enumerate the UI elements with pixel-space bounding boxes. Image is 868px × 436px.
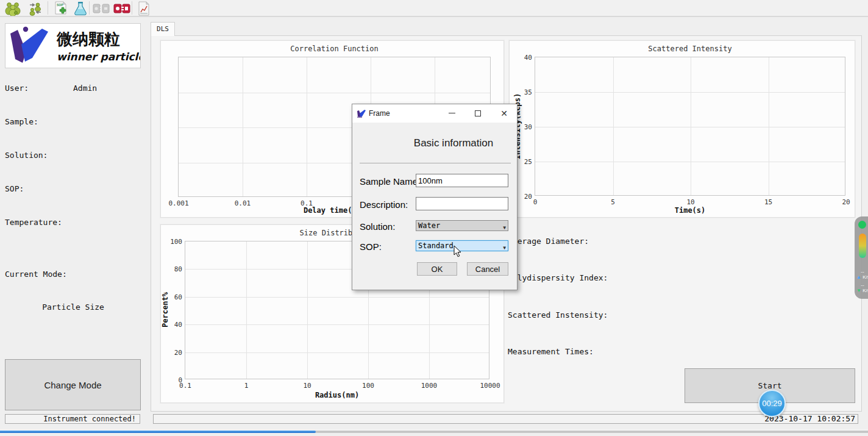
- tick-x: 10000: [480, 382, 500, 390]
- temperature-label: Temperature:: [5, 218, 62, 227]
- logo-cn-text: 微纳颗粒: [56, 30, 120, 48]
- download-value: --: [855, 282, 868, 288]
- minimize-icon[interactable]: [440, 104, 463, 122]
- description-input[interactable]: [416, 197, 508, 210]
- gridline-h: [185, 352, 489, 353]
- sample-name-label: Sample Name:: [360, 176, 420, 187]
- users-icon[interactable]: [3, 1, 23, 16]
- tick-y: 20: [174, 348, 182, 356]
- gridline-v: [307, 57, 307, 196]
- new-sop-icon[interactable]: SOP: [51, 1, 71, 16]
- tick-x: 10: [686, 198, 694, 206]
- tick-x: 100: [362, 382, 374, 390]
- tick-x: 0: [533, 198, 538, 206]
- gridline-h: [185, 324, 489, 325]
- sidebar-field-solution: Solution:: [5, 151, 142, 160]
- average-diameter-label: Average Diameter:: [508, 237, 691, 246]
- toolbar-separator: [89, 1, 90, 15]
- size-xlabel: Radius(nm): [185, 391, 489, 399]
- tick-y: 40: [174, 321, 182, 329]
- svg-text:SOP: SOP: [57, 3, 63, 7]
- bottom-progress-track: [0, 430, 868, 433]
- logo-en-text: winner particle: [57, 51, 140, 63]
- bottom-progress-fill: [0, 431, 316, 433]
- tick-x: 10: [303, 382, 311, 390]
- dialog-logo-icon: [357, 109, 366, 118]
- switch-user-icon[interactable]: [26, 1, 45, 16]
- current-mode-value: Particle Size: [0, 302, 146, 312]
- download-unit: K/s: [863, 288, 868, 293]
- tick-x: 5: [611, 198, 615, 206]
- chevron-down-icon: ▼: [503, 223, 506, 233]
- upload-value: --: [855, 269, 868, 274]
- tick-x: 1: [244, 382, 249, 390]
- tick-x: 20: [842, 198, 850, 206]
- scattered-xlabel: Time(s): [535, 206, 845, 215]
- size-ylabel: Percent%: [161, 292, 169, 327]
- toolbar-separator: [132, 1, 132, 15]
- report-icon[interactable]: [134, 1, 154, 16]
- sample-flask-icon[interactable]: [71, 1, 90, 16]
- gridline-v: [243, 57, 243, 196]
- gridline-v: [246, 241, 247, 379]
- polydispersity-index-label: Polydispersity Index:: [508, 273, 691, 282]
- gridline-h: [535, 92, 845, 93]
- download-row: ▼ K/s: [856, 288, 868, 293]
- gridline-h: [179, 93, 490, 93]
- solution-select[interactable]: Water ▼: [416, 220, 508, 231]
- upload-row: ▲ K/s: [856, 274, 868, 280]
- sidebar-field-user: User: Admin: [5, 84, 142, 93]
- upload-unit: K/s: [863, 274, 868, 280]
- maximize-icon[interactable]: [466, 104, 489, 122]
- sidebar-field-sample: Sample:: [5, 117, 142, 127]
- app-logo: 微纳颗粒 winner particle: [5, 23, 141, 68]
- dialog-heading: Basic information: [414, 137, 493, 149]
- tick-x: 1000: [421, 382, 438, 390]
- connect-icon[interactable]: [112, 1, 132, 16]
- current-mode-label: Current Mode:: [5, 270, 142, 279]
- cancel-button[interactable]: Cancel: [467, 262, 508, 276]
- close-icon[interactable]: ✕: [493, 104, 516, 122]
- solution-label: Solution:: [5, 151, 48, 160]
- change-mode-button[interactable]: Change Mode: [5, 359, 141, 410]
- gridline-v: [769, 57, 769, 195]
- disconnect-icon[interactable]: [91, 1, 111, 16]
- gridline-h: [185, 297, 489, 298]
- user-label: User:: [5, 84, 29, 93]
- tab-dls[interactable]: DLS: [151, 22, 175, 36]
- dialog-titlebar[interactable]: Frame ✕: [352, 104, 517, 123]
- gridline-v: [613, 57, 614, 195]
- toolbar: SOP: [0, 0, 868, 17]
- statusbar-datetime: 2023-10-17 10:02:57: [153, 414, 858, 424]
- mouse-cursor: [454, 245, 462, 257]
- signal-gradient-bar-icon: [859, 234, 866, 258]
- scattered-intensity-title: Scattered Intensity: [535, 45, 845, 53]
- measurement-times-label: Measurement Times:: [508, 347, 691, 356]
- instrument-status: Instrument connected!: [5, 414, 140, 424]
- tick-y: 20: [524, 193, 532, 201]
- solution-select-label: Solution:: [360, 221, 395, 232]
- arrow-down-icon: ▼: [856, 288, 861, 293]
- recording-timer-bubble[interactable]: 00:29: [758, 390, 786, 417]
- toolbar-separator: [48, 1, 48, 15]
- tick-x: 15: [764, 198, 772, 206]
- dialog-title: Frame: [369, 109, 390, 118]
- sop-select[interactable]: Standard ▼: [416, 240, 508, 251]
- description-label: Description:: [360, 199, 408, 210]
- basic-information-dialog: Frame ✕ Basic information Sample Name: D…: [352, 104, 518, 290]
- sample-label: Sample:: [5, 117, 38, 126]
- tick-y: 35: [524, 88, 532, 96]
- sop-selected-value: Standard: [418, 241, 454, 250]
- gridline-v: [691, 57, 691, 195]
- tick-y: 100: [170, 238, 182, 246]
- scattered-intensity-label: Scattered Instensity:: [508, 310, 691, 320]
- sample-name-input[interactable]: [416, 174, 508, 187]
- tick-y: 60: [174, 293, 182, 301]
- tick-y: 0: [178, 376, 182, 384]
- tick-y: 40: [524, 54, 532, 62]
- user-value: Admin: [73, 84, 97, 93]
- net-speed-widget[interactable]: -- ▲ K/s -- ▼ K/s: [855, 216, 868, 299]
- ok-button[interactable]: OK: [417, 262, 457, 276]
- tick-y: 80: [174, 265, 182, 273]
- gridline-h: [535, 162, 845, 162]
